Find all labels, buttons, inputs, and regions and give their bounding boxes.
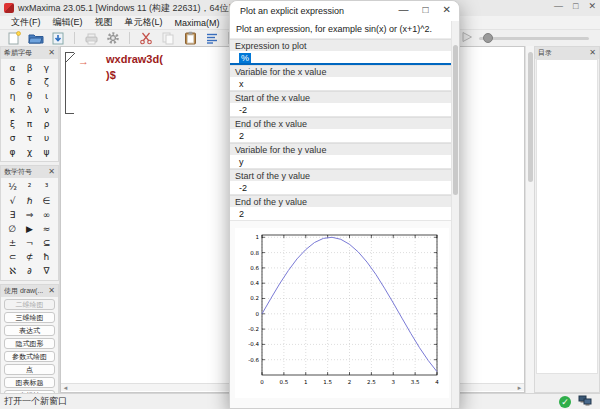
field-input[interactable]: x (230, 77, 451, 91)
menu-item-0[interactable]: 文件(F) (6, 15, 46, 30)
play-icon[interactable] (461, 31, 473, 45)
plot-dialog: Plot an explicit expression — □ ✕ Plot a… (229, 0, 460, 409)
greek-letter-button[interactable]: δ (4, 75, 21, 89)
greek-letter-button[interactable]: ζ (38, 75, 55, 89)
menu-item-3[interactable]: 单元格(L) (120, 15, 168, 30)
greek-letter-button[interactable]: χ (21, 145, 38, 159)
window-close-button[interactable]: ✕ (588, 1, 596, 11)
close-icon[interactable]: ✕ (48, 49, 55, 57)
field-input[interactable]: % (230, 51, 451, 65)
draw-button[interactable]: 三维绘图 (4, 312, 55, 323)
greek-letter-button[interactable]: κ (4, 103, 21, 117)
svg-text:1: 1 (256, 234, 260, 240)
status-text: 打开一个新窗口 (4, 395, 67, 408)
math-symbol-button[interactable]: ½ (4, 180, 21, 194)
math-symbol-button[interactable]: √ (4, 194, 21, 208)
cell-bracket[interactable] (65, 52, 74, 114)
window-maximize-button[interactable]: □ (573, 1, 578, 11)
math-symbol-button[interactable]: ∇ (38, 264, 55, 278)
menu-item-2[interactable]: 视图 (90, 15, 118, 30)
animation-slider[interactable] (479, 37, 589, 40)
print-icon[interactable] (83, 31, 99, 45)
greek-letter-button[interactable]: θ (21, 89, 38, 103)
math-symbol-button[interactable]: ∈ (38, 194, 55, 208)
scroll-left-icon[interactable]: ◄ (61, 384, 70, 392)
svg-text:2.5: 2.5 (367, 379, 376, 385)
greek-letter-button[interactable]: υ (38, 131, 55, 145)
new-document-icon[interactable] (6, 31, 22, 45)
greek-letter-button[interactable]: ψ (38, 145, 55, 159)
math-symbol-button[interactable]: ⊆ (38, 236, 55, 250)
close-icon[interactable]: ✕ (48, 287, 55, 295)
greek-letter-button[interactable]: η (4, 89, 21, 103)
menu-item-1[interactable]: 编辑(E) (48, 15, 88, 30)
toc-panel-header[interactable]: 目录 ✕ (535, 47, 599, 59)
draw-button[interactable]: 点 (4, 364, 55, 375)
animation-slider-thumb[interactable] (483, 33, 493, 43)
field-input[interactable]: y (230, 155, 451, 169)
math-symbol-button[interactable]: ± (4, 236, 21, 250)
greek-letter-button[interactable]: ν (38, 103, 55, 117)
greek-letter-button[interactable]: τ (21, 131, 38, 145)
greek-letter-button[interactable]: ρ (38, 117, 55, 131)
greek-letter-button[interactable]: α (4, 61, 21, 75)
field-input[interactable]: -2 (230, 181, 451, 195)
draw-button[interactable]: 隐式图形 (4, 338, 55, 349)
symbols-panel-header[interactable]: 数学符号 ✕ (1, 166, 58, 178)
math-symbol-button[interactable]: ¬ (21, 236, 38, 250)
cut-scissors-icon[interactable] (138, 31, 154, 45)
draw-button[interactable]: 表达式 (4, 325, 55, 336)
math-symbol-button[interactable]: ∃ (4, 208, 21, 222)
vertical-scrollbar[interactable] (525, 46, 534, 393)
math-symbol-button[interactable]: ≈ (38, 222, 55, 236)
math-symbol-button[interactable]: ∅ (4, 222, 21, 236)
greek-letter-button[interactable]: ι (38, 89, 55, 103)
code-line[interactable]: wxdraw3d( (106, 53, 163, 65)
close-icon[interactable]: ✕ (589, 49, 596, 57)
math-symbol-button[interactable]: ħ (38, 250, 55, 264)
math-symbol-button[interactable]: ∞ (38, 208, 55, 222)
greek-letter-button[interactable]: ξ (4, 117, 21, 131)
dialog-minimize-button[interactable]: — (399, 4, 409, 15)
greek-letter-button[interactable]: β (21, 61, 38, 75)
math-symbol-button[interactable]: ⊄ (21, 250, 38, 264)
greek-letter-button[interactable]: ε (21, 75, 38, 89)
greek-letter-button[interactable]: λ (21, 103, 38, 117)
draw-button[interactable]: 参数式绘图 (4, 351, 55, 362)
math-symbol-button[interactable]: ⇒ (21, 208, 38, 222)
dialog-titlebar[interactable]: Plot an explicit expression — □ ✕ (230, 1, 459, 21)
greek-letter-button[interactable]: γ (38, 61, 55, 75)
scroll-right-icon[interactable]: ► (515, 384, 524, 392)
draw-button[interactable]: 图表标题 (4, 377, 55, 388)
math-symbol-button[interactable]: ℵ (4, 264, 21, 278)
menu-item-4[interactable]: Maxima(M) (170, 17, 225, 29)
greek-letter-button[interactable]: π (21, 117, 38, 131)
math-symbol-button[interactable]: ⊂ (4, 250, 21, 264)
field-input[interactable]: 2 (230, 129, 451, 143)
dialog-close-button[interactable]: ✕ (443, 4, 451, 15)
math-symbol-button[interactable]: ³ (38, 180, 55, 194)
greek-panel-header[interactable]: 希腊字母 ✕ (1, 47, 58, 59)
math-symbol-button[interactable]: ℏ (21, 194, 38, 208)
code-line[interactable]: )$ (106, 69, 116, 81)
save-icon[interactable] (50, 31, 66, 45)
math-symbol-button[interactable]: ▶ (21, 222, 38, 236)
dialog-scrollbar-thumb[interactable] (453, 45, 458, 195)
field-input[interactable]: 2 (230, 207, 451, 221)
vertical-scrollbar-thumb[interactable] (528, 52, 533, 182)
open-folder-icon[interactable] (28, 31, 44, 45)
window-minimize-button[interactable]: — (554, 1, 563, 11)
greek-letter-button[interactable]: φ (4, 145, 21, 159)
configure-gear-icon[interactable] (105, 31, 121, 45)
math-symbol-button[interactable]: ∂ (21, 264, 38, 278)
copy-icon[interactable] (160, 31, 176, 45)
dialog-scrollbar[interactable] (451, 21, 459, 408)
text-style-icon[interactable] (204, 31, 220, 45)
draw-panel-header[interactable]: 使用 draw(... ✕ (1, 285, 58, 297)
greek-letter-button[interactable]: σ (4, 131, 21, 145)
dialog-maximize-button[interactable]: □ (423, 4, 429, 15)
paste-clipboard-icon[interactable] (182, 31, 198, 45)
close-icon[interactable]: ✕ (48, 168, 55, 176)
math-symbol-button[interactable]: ² (21, 180, 38, 194)
field-input[interactable]: -2 (230, 103, 451, 117)
